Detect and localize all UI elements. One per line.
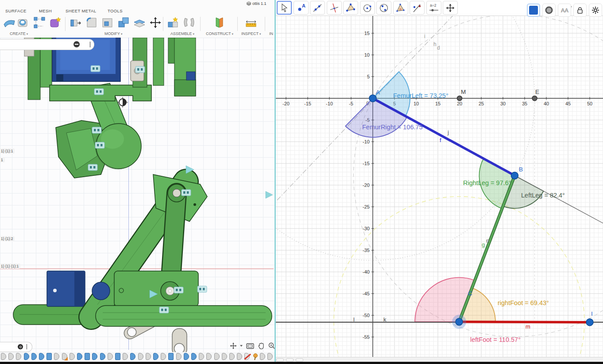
angle-tool[interactable]: α bbox=[393, 1, 408, 15]
label-style-button[interactable]: AA bbox=[558, 4, 571, 17]
caret-down-icon[interactable] bbox=[240, 342, 243, 350]
timeline-feature[interactable] bbox=[191, 353, 197, 360]
measure-icon[interactable] bbox=[244, 16, 258, 29]
point-style-button[interactable] bbox=[542, 4, 556, 17]
group-create[interactable]: CREATE▾ bbox=[10, 31, 28, 36]
timeline-feature[interactable] bbox=[62, 353, 67, 360]
chevron-down-icon: ▾ bbox=[259, 32, 261, 35]
timeline-feature[interactable] bbox=[115, 353, 120, 360]
surface-patch-icon[interactable] bbox=[3, 16, 16, 29]
point-tool[interactable]: A bbox=[294, 1, 309, 15]
svg-text:35: 35 bbox=[522, 101, 527, 106]
tab-sheet-metal[interactable]: SHEET METAL bbox=[66, 8, 97, 13]
hole-icon[interactable] bbox=[101, 16, 114, 29]
move-graphics-tool[interactable] bbox=[443, 1, 458, 15]
timeline-feature[interactable] bbox=[31, 353, 37, 360]
conic-tool[interactable] bbox=[376, 1, 391, 15]
move-tool[interactable] bbox=[277, 1, 292, 15]
tab-mesh[interactable]: MESH bbox=[39, 8, 52, 13]
strip-button[interactable] bbox=[286, 358, 294, 362]
timeline-feature[interactable] bbox=[252, 353, 258, 360]
timeline-feature[interactable] bbox=[123, 353, 128, 360]
press-pull-icon[interactable] bbox=[69, 16, 82, 29]
timeline-feature[interactable] bbox=[214, 353, 220, 360]
polygon-tool[interactable] bbox=[343, 1, 358, 15]
group-insert-clipped[interactable]: IN bbox=[269, 31, 273, 36]
timeline-feature[interactable] bbox=[229, 353, 235, 360]
geogebra-panel: A α a=2 bbox=[274, 0, 603, 362]
combine-icon[interactable] bbox=[117, 16, 130, 29]
timeline-feature[interactable] bbox=[206, 353, 212, 360]
timeline-feature[interactable] bbox=[16, 353, 21, 360]
group-assemble[interactable]: ASSEMBLE▾ bbox=[170, 31, 194, 36]
timeline-feature[interactable] bbox=[237, 353, 242, 360]
sketch-icon[interactable] bbox=[33, 16, 46, 29]
viewport-comment-pill[interactable] bbox=[0, 342, 32, 352]
timeline-feature[interactable] bbox=[39, 353, 44, 360]
timeline-feature[interactable] bbox=[153, 353, 158, 360]
construct-plane-icon[interactable] bbox=[213, 16, 226, 29]
group-inspect[interactable]: INSPECT▾ bbox=[241, 31, 261, 36]
timeline-feature[interactable] bbox=[1, 353, 6, 360]
lock-button[interactable] bbox=[573, 4, 587, 17]
timeline-feature[interactable] bbox=[100, 353, 105, 360]
timeline-feature[interactable] bbox=[161, 353, 166, 360]
joint-icon[interactable] bbox=[182, 16, 196, 29]
new-component-icon[interactable] bbox=[166, 16, 180, 29]
viewport-search-pill[interactable] bbox=[0, 39, 94, 50]
timeline-feature[interactable] bbox=[168, 353, 174, 360]
group-construct[interactable]: CONSTRUCT▾ bbox=[206, 31, 233, 36]
timeline-feature[interactable] bbox=[222, 353, 227, 360]
geogebra-graphics-view[interactable]: -20-15-10-5510152025303540455015105-5-10… bbox=[274, 16, 603, 357]
move-icon[interactable] bbox=[149, 16, 162, 29]
timeline-feature[interactable] bbox=[130, 353, 135, 360]
color-swatch-button[interactable] bbox=[527, 4, 540, 17]
timeline-feature[interactable] bbox=[138, 353, 143, 360]
browser-item[interactable]: 1) (1):2 bbox=[0, 236, 15, 241]
timeline-feature[interactable] bbox=[108, 353, 113, 360]
timeline-feature[interactable] bbox=[8, 353, 14, 360]
timeline-feature[interactable] bbox=[70, 353, 75, 360]
tab-surface[interactable]: SURFACE bbox=[5, 8, 27, 13]
fusion-timeline[interactable] bbox=[0, 352, 274, 362]
timeline-feature[interactable] bbox=[199, 353, 204, 360]
fusion-viewport[interactable]: 1) (1):1 1 1) (1):2 1) (1) (1):1 bbox=[0, 38, 274, 352]
timeline-feature[interactable] bbox=[146, 353, 151, 360]
orbit-icon[interactable] bbox=[229, 342, 237, 350]
look-at-icon[interactable] bbox=[246, 342, 255, 350]
timeline-feature[interactable] bbox=[244, 353, 250, 360]
timeline-feature[interactable] bbox=[85, 353, 90, 360]
timeline-feature[interactable] bbox=[77, 353, 82, 360]
form-icon[interactable] bbox=[49, 16, 62, 29]
timeline-feature[interactable] bbox=[54, 353, 59, 360]
browser-item[interactable]: 1) (1):1 bbox=[0, 148, 15, 154]
timeline-feature[interactable] bbox=[46, 353, 52, 360]
document-tab[interactable]: ottis 1.1 bbox=[247, 0, 274, 6]
timeline-feature[interactable] bbox=[184, 353, 189, 360]
browser-item[interactable]: 1) (1) (1):1 bbox=[0, 263, 20, 269]
circle-tool[interactable] bbox=[360, 1, 375, 15]
settings-button[interactable] bbox=[589, 4, 602, 17]
timeline-feature[interactable] bbox=[92, 353, 97, 360]
tab-tools[interactable]: TOOLS bbox=[108, 8, 123, 13]
chevron-down-icon: ▾ bbox=[193, 32, 195, 35]
timeline-feature[interactable] bbox=[176, 353, 182, 360]
timeline-feature[interactable] bbox=[267, 353, 273, 360]
slider-tool[interactable]: a=2 bbox=[426, 1, 441, 15]
perpendicular-tool[interactable] bbox=[327, 1, 342, 15]
zoom-plus-icon[interactable] bbox=[268, 342, 274, 350]
line-tool[interactable] bbox=[310, 1, 325, 15]
timeline-feature[interactable] bbox=[260, 353, 265, 360]
svg-text:j: j bbox=[447, 129, 449, 136]
group-modify[interactable]: MODIFY▾ bbox=[104, 31, 123, 36]
revolve-icon[interactable] bbox=[16, 16, 29, 29]
strip-button[interactable] bbox=[296, 358, 303, 362]
strip-button[interactable] bbox=[276, 358, 284, 362]
fillet-icon[interactable] bbox=[85, 16, 98, 29]
offset-icon[interactable] bbox=[133, 16, 146, 29]
reflect-tool[interactable] bbox=[410, 1, 425, 15]
timeline-feature[interactable] bbox=[24, 353, 29, 360]
pan-hand-icon[interactable] bbox=[257, 342, 265, 350]
browser-item[interactable]: 1 bbox=[0, 157, 5, 163]
chevron-down-icon: ▾ bbox=[27, 32, 28, 35]
